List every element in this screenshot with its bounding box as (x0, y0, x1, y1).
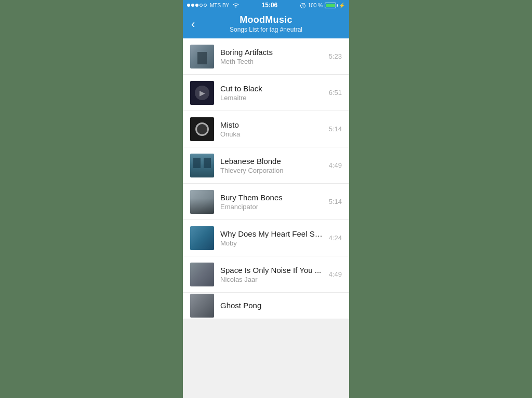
song-info: Bury Them Bones Emancipator (220, 193, 325, 211)
song-title: Bury Them Bones (220, 193, 325, 202)
song-info: Boring Artifacts Meth Teeth (220, 48, 325, 65)
song-duration: 4:49 (329, 161, 342, 169)
list-item[interactable]: Bury Them Bones Emancipator 5:14 (183, 184, 349, 220)
song-title: Boring Artifacts (220, 48, 325, 57)
list-item[interactable]: Space Is Only Noise If You ... Nicolas J… (183, 256, 349, 293)
song-title: Why Does My Heart Feel So ... (220, 229, 325, 238)
list-item[interactable]: Boring Artifacts Meth Teeth 5:23 (183, 38, 349, 75)
status-right: 100 % ⚡ (300, 2, 345, 8)
song-artwork (190, 45, 214, 68)
alarm-icon (300, 2, 306, 8)
song-title: Space Is Only Noise If You ... (220, 266, 325, 275)
status-time: 15:06 (262, 2, 278, 9)
page-subtitle: Songs List for tag #neutral (204, 26, 328, 33)
song-duration: 5:14 (329, 125, 342, 133)
list-item[interactable]: Cut to Black Lemaitre 6:51 (183, 75, 349, 111)
list-item[interactable]: Lebanese Blonde Thievery Corporation 4:4… (183, 147, 349, 184)
song-title: Lebanese Blonde (220, 157, 325, 166)
song-artist: Meth Teeth (220, 58, 325, 65)
song-artist: Thievery Corporation (220, 167, 325, 174)
song-artwork (190, 117, 214, 141)
song-title: Cut to Black (220, 84, 325, 93)
song-artwork (190, 154, 214, 177)
song-artwork (190, 190, 214, 214)
carrier-label: MTS BY (210, 3, 229, 8)
list-item[interactable]: Ghost Pong (183, 293, 349, 319)
song-info: Ghost Pong (220, 301, 338, 311)
song-artist: Onuka (220, 130, 325, 138)
phone-container: MTS BY 15:06 100 % ⚡ (183, 0, 349, 398)
song-artist: Nicolas Jaar (220, 276, 325, 283)
song-info: Space Is Only Noise If You ... Nicolas J… (220, 266, 325, 283)
battery-icon: ⚡ (325, 3, 345, 8)
song-title: Misto (220, 120, 325, 129)
status-left: MTS BY (187, 3, 240, 8)
header: ‹ MoodMusic Songs List for tag #neutral (183, 10, 349, 38)
song-list: Boring Artifacts Meth Teeth 5:23 Cut to … (183, 38, 349, 319)
signal-dot-2 (191, 4, 194, 7)
back-button[interactable]: ‹ (189, 16, 197, 33)
song-title: Ghost Pong (220, 301, 338, 310)
song-info: Misto Onuka (220, 120, 325, 138)
song-duration: 4:24 (329, 234, 342, 242)
song-artwork (190, 81, 214, 105)
status-bar: MTS BY 15:06 100 % ⚡ (183, 0, 349, 10)
signal-dot-4 (200, 4, 203, 7)
song-info: Why Does My Heart Feel So ... Moby (220, 229, 325, 247)
svg-point-0 (235, 7, 236, 8)
signal-dot-3 (195, 4, 198, 7)
list-item[interactable]: Misto Onuka 5:14 (183, 111, 349, 147)
app-title: MoodMusic (204, 15, 328, 25)
song-artwork (190, 263, 214, 286)
battery-percentage: 100 % (308, 3, 323, 8)
song-duration: 6:51 (329, 89, 342, 97)
song-artwork (190, 294, 214, 318)
song-info: Lebanese Blonde Thievery Corporation (220, 157, 325, 174)
song-artist: Lemaitre (220, 94, 325, 102)
song-artist: Moby (220, 239, 325, 247)
song-artist: Emancipator (220, 203, 325, 211)
wifi-icon (232, 3, 240, 8)
song-duration: 4:49 (329, 270, 342, 278)
song-info: Cut to Black Lemaitre (220, 84, 325, 102)
list-item[interactable]: Why Does My Heart Feel So ... Moby 4:24 (183, 220, 349, 256)
signal-dots (187, 4, 207, 7)
song-artwork (190, 226, 214, 250)
signal-dot-1 (187, 4, 190, 7)
song-duration: 5:14 (329, 198, 342, 205)
song-duration: 5:23 (329, 52, 342, 60)
signal-dot-5 (204, 4, 207, 7)
